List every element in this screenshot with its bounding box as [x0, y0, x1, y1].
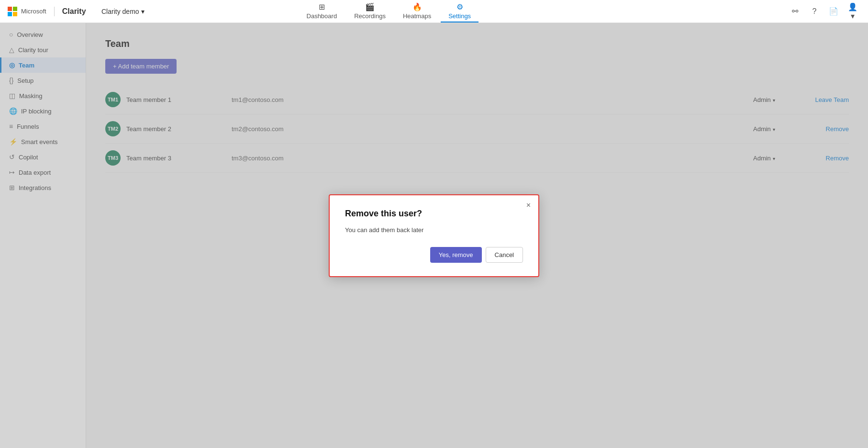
- yes-remove-button[interactable]: Yes, remove: [430, 247, 482, 263]
- modal-title: Remove this user?: [345, 209, 523, 219]
- settings-icon: ⚙: [456, 2, 463, 11]
- modal-close-button[interactable]: ×: [526, 201, 531, 210]
- modal-body: You can add them back later: [345, 226, 523, 234]
- app-name: Clarity: [62, 7, 86, 16]
- help-button[interactable]: ?: [807, 4, 822, 19]
- nav-dashboard[interactable]: ⊞ Dashboard: [299, 0, 345, 22]
- nav-heatmaps[interactable]: 🔥 Heatmaps: [395, 0, 439, 22]
- brand: Microsoft Clarity: [8, 7, 94, 16]
- project-chevron-icon: ▾: [141, 8, 145, 15]
- remove-user-modal: × Remove this user? You can add them bac…: [329, 194, 539, 277]
- modal-overlay: × Remove this user? You can add them bac…: [0, 23, 868, 448]
- microsoft-label: Microsoft: [21, 8, 46, 15]
- nav-heatmaps-label: Heatmaps: [403, 12, 431, 20]
- brand-divider: [54, 7, 55, 16]
- nav-dashboard-label: Dashboard: [307, 12, 337, 20]
- docs-button[interactable]: 📄: [826, 4, 841, 19]
- account-button[interactable]: 👤 ▾: [845, 4, 860, 19]
- nav-recordings[interactable]: 🎬 Recordings: [346, 0, 393, 22]
- recordings-icon: 🎬: [365, 2, 375, 11]
- dashboard-icon: ⊞: [319, 2, 325, 11]
- project-name: Clarity demo: [101, 8, 139, 15]
- share-button[interactable]: ⚯: [788, 4, 803, 19]
- heatmaps-icon: 🔥: [412, 2, 422, 11]
- nav-recordings-label: Recordings: [354, 12, 386, 20]
- main-navigation: ⊞ Dashboard 🎬 Recordings 🔥 Heatmaps ⚙ Se…: [299, 0, 479, 22]
- nav-settings-label: Settings: [448, 12, 471, 20]
- project-selector[interactable]: Clarity demo ▾: [101, 8, 145, 15]
- header-actions: ⚯ ? 📄 👤 ▾: [788, 4, 860, 19]
- cancel-button[interactable]: Cancel: [486, 247, 523, 263]
- modal-actions: Yes, remove Cancel: [345, 247, 523, 263]
- microsoft-logo: [8, 7, 17, 16]
- top-navigation: Microsoft Clarity Clarity demo ▾ ⊞ Dashb…: [0, 0, 868, 23]
- nav-settings[interactable]: ⚙ Settings: [441, 0, 479, 22]
